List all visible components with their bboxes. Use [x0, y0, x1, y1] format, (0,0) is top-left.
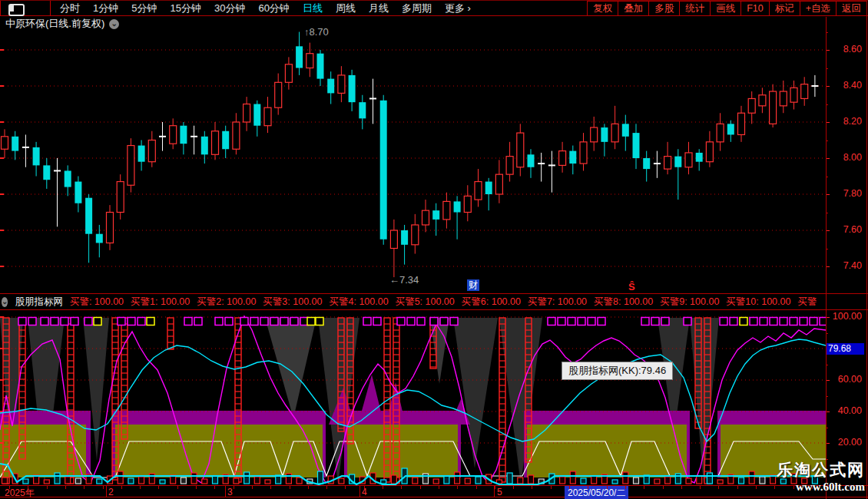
indicator-value-badge: 79.68 [827, 343, 864, 355]
date-label: 4 [362, 487, 367, 497]
indicator-param-3: 买警3: 100.00 [263, 296, 322, 309]
indicator-header: ⌄ 股朋指标网 买警: 100.00买警1: 100.00买警2: 100.00… [2, 296, 817, 309]
period-menu: 分时1分钟5分钟15分钟30分钟60分钟日线周线月线多周期更多 › [60, 1, 471, 16]
date-axis[interactable]: 2025/05/20/二 2025年2345 [0, 485, 868, 497]
date-minor-tick [569, 486, 570, 489]
date-minor-tick [270, 486, 271, 489]
date-minor-tick [513, 486, 514, 489]
period-tab-0[interactable]: 分时 [60, 2, 80, 15]
date-minor-tick [401, 486, 402, 489]
date-minor-tick [420, 486, 421, 489]
indicator-param-4: 买警4: 100.00 [330, 296, 389, 309]
period-tab-3[interactable]: 15分钟 [170, 2, 200, 15]
indicator-chart[interactable] [0, 310, 826, 485]
top-toolbar: 分时1分钟5分钟15分钟30分钟60分钟日线周线月线多周期更多 › 复权叠加多股… [0, 0, 868, 16]
date-minor-tick [681, 486, 682, 489]
price-axis-label: 7.80 [827, 188, 862, 199]
price-axis-label: 8.40 [827, 80, 862, 91]
cai-badge: 财 [467, 279, 479, 291]
right-border-line [866, 0, 867, 499]
price-axis-label: 7.40 [827, 260, 862, 271]
current-date-label: 2025/05/20/二 [565, 486, 628, 499]
date-minor-tick [103, 486, 104, 489]
date-minor-tick [383, 486, 383, 489]
price-axis-label: 8.00 [827, 152, 862, 163]
date-divider [494, 486, 495, 497]
panel-separator-line [0, 293, 868, 294]
period-tab-2[interactable]: 5分钟 [131, 2, 157, 15]
date-minor-tick [439, 486, 439, 489]
date-label: 2025年 [5, 487, 35, 499]
toolbar-button-3[interactable]: 统计 [679, 1, 711, 16]
low-annotation: ←7.34 [389, 274, 419, 286]
date-minor-tick [457, 486, 458, 489]
date-minor-tick [308, 486, 309, 489]
stock-title: 中原环保(日线.前复权) [5, 17, 104, 31]
date-minor-tick [700, 486, 701, 489]
indicator-param-1: 买警1: 100.00 [131, 296, 190, 309]
date-minor-tick [140, 486, 141, 489]
date-minor-tick [663, 486, 664, 489]
period-tab-9[interactable]: 多周期 [402, 2, 432, 15]
title-bar: 中原环保(日线.前复权) ⌄ [5, 18, 119, 30]
indicator-param-8: 买警8: 100.00 [594, 296, 653, 309]
date-minor-tick [290, 486, 290, 489]
date-minor-tick [121, 486, 122, 489]
indicator-tooltip: 股朋指标网(KK):79.46 [562, 362, 673, 380]
period-tab-7[interactable]: 周线 [336, 2, 356, 15]
candlestick-chart[interactable] [0, 21, 826, 293]
price-axis-label: 7.60 [827, 224, 862, 235]
title-dropdown-icon[interactable]: ⌄ [109, 19, 119, 29]
date-minor-tick [65, 486, 66, 489]
date-minor-tick [47, 486, 48, 489]
toolbar-button-7[interactable]: +自选 [800, 1, 837, 16]
period-tab-8[interactable]: 月线 [369, 2, 389, 15]
toolbar-button-4[interactable]: 画线 [710, 1, 741, 16]
indicator-param-6: 买警6: 100.00 [462, 296, 521, 309]
toolbar-button-5[interactable]: F10 [740, 1, 770, 16]
indicator-axis-label: 40.00 [827, 405, 862, 416]
period-tab-5[interactable]: 60分钟 [258, 2, 289, 15]
indicator-param-9: 买警9: 100.00 [660, 296, 719, 309]
indicator-collapse-icon[interactable]: ⌄ [2, 297, 8, 307]
date-divider [359, 486, 360, 497]
indicator-param-5: 买警5: 100.00 [396, 296, 455, 309]
date-minor-tick [644, 486, 644, 489]
indicator-name: 股朋指标网 [15, 296, 63, 309]
indicator-params: 买警: 100.00买警1: 100.00买警2: 100.00买警3: 100… [70, 296, 817, 309]
s-marker: Ŝ [628, 281, 635, 292]
date-minor-tick [476, 486, 477, 489]
window-layout-box[interactable] [0, 1, 51, 16]
more-button[interactable]: 更多 › [445, 2, 471, 15]
toolbar-button-8[interactable]: 返回 [836, 1, 867, 16]
date-label: 2 [108, 487, 114, 497]
indicator-axis-label: 60.00 [827, 374, 862, 385]
indicator-param-0: 买警: 100.00 [70, 296, 124, 309]
watermark: 乐淘公式网 www.60lt.com [777, 459, 865, 494]
toolbar-button-1[interactable]: 叠加 [618, 1, 649, 16]
date-minor-tick [196, 486, 197, 489]
period-tab-4[interactable]: 30分钟 [214, 2, 245, 15]
date-minor-tick [737, 486, 738, 489]
date-minor-tick [607, 486, 608, 489]
period-tab-1[interactable]: 1分钟 [93, 2, 118, 15]
candles-layer [2, 32, 819, 278]
date-minor-tick [84, 486, 84, 489]
date-minor-tick [177, 486, 178, 489]
toolbar-button-6[interactable]: 标记 [769, 1, 800, 16]
date-minor-tick [532, 486, 532, 489]
price-axis-label: 8.60 [827, 44, 862, 55]
axis-separator-line [826, 17, 827, 499]
date-label: 5 [497, 487, 502, 497]
period-tab-6[interactable]: 日线 [303, 2, 323, 15]
indicator-param-2: 买警2: 100.00 [197, 296, 256, 309]
indicator-param-11: 买警11: 100.00 [797, 296, 817, 309]
indicator-param-7: 买警7: 100.00 [528, 296, 587, 309]
price-axis-label: 8.20 [827, 116, 862, 127]
indicator-axis-label: 20.00 [827, 437, 862, 448]
toolbar-button-0[interactable]: 复权 [587, 1, 618, 16]
toolbar-button-2[interactable]: 多股 [648, 1, 680, 16]
date-minor-tick [718, 486, 719, 489]
date-label: 3 [227, 487, 233, 497]
date-minor-tick [774, 486, 775, 489]
